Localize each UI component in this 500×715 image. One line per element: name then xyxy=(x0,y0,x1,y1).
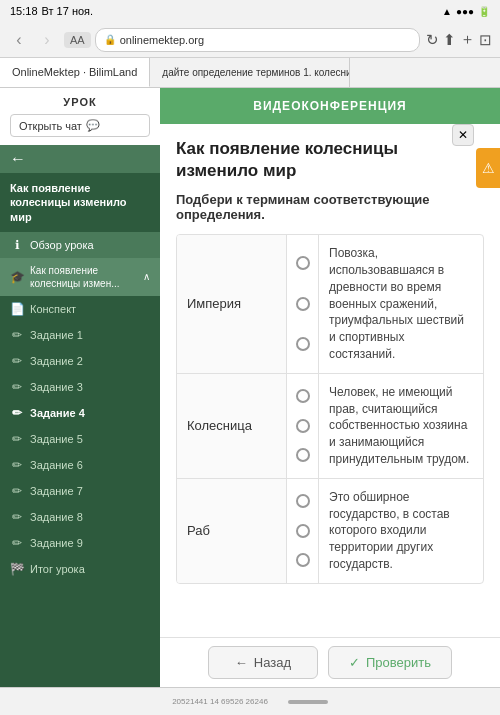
lesson-label: УРОК xyxy=(10,96,150,108)
sidebar-header: УРОК Открыть чат 💬 xyxy=(0,88,160,145)
term-rab: Раб xyxy=(177,479,287,583)
videoconf-bar: ВИДЕОКОНФЕРЕНЦИЯ xyxy=(160,88,500,124)
sidebar-item-zadanie2[interactable]: ✏ Задание 2 xyxy=(0,348,160,374)
match-row-imperiya: Империя Повозка, использовавшаяся в древ… xyxy=(177,235,483,374)
back-nav-button[interactable]: ← Назад xyxy=(208,646,318,679)
content-title: Как появление колесницы изменило мир xyxy=(176,138,484,182)
content-scroll: Как появление колесницы изменило мир Под… xyxy=(160,124,500,637)
sidebar-item-zadanie3[interactable]: ✏ Задание 3 xyxy=(0,374,160,400)
chevron-icon: ∧ xyxy=(143,271,150,282)
check-icon: ✓ xyxy=(349,655,360,670)
radio-kolesnitsa-2[interactable] xyxy=(296,419,310,433)
sidebar-item-current-lesson[interactable]: 🎓 Как появление колесницы измен... ∧ xyxy=(0,258,160,296)
home-indicator[interactable] xyxy=(288,700,328,704)
sidebar-item-zadanie5[interactable]: ✏ Задание 5 xyxy=(0,426,160,452)
doc-icon: 📄 xyxy=(10,302,24,316)
chat-icon: 💬 xyxy=(86,119,100,132)
sidebar-item-zadanie7[interactable]: ✏ Задание 7 xyxy=(0,478,160,504)
radio-kolesnitsa-3[interactable] xyxy=(296,448,310,462)
edit-icon: ✏ xyxy=(10,354,24,368)
refresh-button[interactable]: ↻ xyxy=(426,30,439,49)
warning-badge: ⚠ xyxy=(476,148,500,188)
battery-icon: 🔋 xyxy=(478,6,490,17)
tabs-button[interactable]: ⊡ xyxy=(479,30,492,49)
edit-icon: ✏ xyxy=(10,536,24,550)
radio-col-rab xyxy=(287,479,319,583)
edit-icon: ✏ xyxy=(10,432,24,446)
term-imperiya: Империя xyxy=(177,235,287,373)
edit-icon: ✏ xyxy=(10,328,24,342)
radio-rab-1[interactable] xyxy=(296,494,310,508)
tab-bar: OnlineMektep · BilimLand дайте определен… xyxy=(0,58,500,88)
url-text: onlinemektep.org xyxy=(120,34,204,46)
url-bar[interactable]: 🔒 onlinemektep.org xyxy=(95,28,420,52)
open-chat-button[interactable]: Открыть чат 💬 xyxy=(10,114,150,137)
radio-rab-3[interactable] xyxy=(296,553,310,567)
back-button[interactable]: ‹ xyxy=(8,31,30,49)
sidebar-item-zadanie4[interactable]: ✏ Задание 4 xyxy=(0,400,160,426)
check-button[interactable]: ✓ Проверить xyxy=(328,646,452,679)
definition-1: Повозка, использовавшаяся в древности во… xyxy=(319,235,483,373)
definition-2: Человек, не имеющий прав, считающийся со… xyxy=(319,374,483,478)
sidebar-title: Как появление колесницы изменило мир xyxy=(0,173,160,232)
sidebar-item-zadanie9[interactable]: ✏ Задание 9 xyxy=(0,530,160,556)
radio-imperiya-1[interactable] xyxy=(296,256,310,270)
sidebar-item-itog[interactable]: 🏁 Итог урока xyxy=(0,556,160,582)
edit-icon: ✏ xyxy=(10,406,24,420)
signal-icon: ●●● xyxy=(456,6,474,17)
share-button[interactable]: ⬆ xyxy=(443,30,456,49)
bottom-data: 20521441 14 69526 26246 xyxy=(172,697,268,707)
sidebar-item-zadanie6[interactable]: ✏ Задание 6 xyxy=(0,452,160,478)
sidebar-item-overview[interactable]: ℹ Обзор урока xyxy=(0,232,160,258)
status-day: Вт 17 ноя. xyxy=(42,5,94,17)
definition-3: Это обширное государство, в состав котор… xyxy=(319,479,483,583)
status-time: 15:18 xyxy=(10,5,38,17)
matching-exercise: Империя Повозка, использовавшаяся в древ… xyxy=(176,234,484,584)
browser-chrome: ‹ › AA 🔒 onlinemektep.org ↻ ⬆ ＋ ⊡ xyxy=(0,22,500,58)
radio-col-kolesnitsa xyxy=(287,374,319,478)
close-button[interactable]: ✕ xyxy=(452,124,474,146)
match-row-rab: Раб Это обширное государство, в состав к… xyxy=(177,479,483,583)
bottom-nav: ← Назад ✓ Проверить xyxy=(160,637,500,687)
radio-rab-2[interactable] xyxy=(296,524,310,538)
sidebar-item-zadanie8[interactable]: ✏ Задание 8 xyxy=(0,504,160,530)
radio-imperiya-3[interactable] xyxy=(296,337,310,351)
lesson-icon: 🎓 xyxy=(10,270,24,284)
radio-kolesnitsa-1[interactable] xyxy=(296,389,310,403)
add-tab-button[interactable]: ＋ xyxy=(460,30,475,49)
forward-button[interactable]: › xyxy=(36,31,58,49)
match-row-kolesnitsa: Колесница Человек, не имеющий прав, счит… xyxy=(177,374,483,479)
wifi-icon: ▲ xyxy=(442,6,452,17)
status-bar: 15:18 Вт 17 ноя. ▲ ●●● 🔋 xyxy=(0,0,500,22)
tab-onlinemektep[interactable]: OnlineMektep · BilimLand xyxy=(0,58,150,87)
radio-imperiya-2[interactable] xyxy=(296,297,310,311)
content-area: ВИДЕОКОНФЕРЕНЦИЯ ⚠ ✕ Как появление колес… xyxy=(160,88,500,687)
sidebar-back-button[interactable]: ← xyxy=(0,145,160,173)
back-arrow-icon: ← xyxy=(235,655,248,670)
sidebar-menu: ℹ Обзор урока 🎓 Как появление колесницы … xyxy=(0,232,160,687)
edit-icon: ✏ xyxy=(10,458,24,472)
tab-icon: AA xyxy=(64,32,91,48)
main-layout: УРОК Открыть чат 💬 ← Как появление колес… xyxy=(0,88,500,687)
radio-col-imperiya xyxy=(287,235,319,373)
lock-icon: 🔒 xyxy=(104,34,116,45)
sidebar: УРОК Открыть чат 💬 ← Как появление колес… xyxy=(0,88,160,687)
edit-icon: ✏ xyxy=(10,380,24,394)
sidebar-item-zadanie1[interactable]: ✏ Задание 1 xyxy=(0,322,160,348)
sidebar-item-konspekt[interactable]: 📄 Конспект xyxy=(0,296,160,322)
content-instruction: Подбери к терминам соответствующие опред… xyxy=(176,192,484,222)
term-kolesnitsa: Колесница xyxy=(177,374,287,478)
tab-definitions[interactable]: дайте определение терминов 1. колесница;… xyxy=(150,58,350,87)
warning-icon: ⚠ xyxy=(482,160,495,176)
edit-icon: ✏ xyxy=(10,510,24,524)
bottom-bar: 20521441 14 69526 26246 xyxy=(0,687,500,715)
edit-icon: ✏ xyxy=(10,484,24,498)
info-icon: ℹ xyxy=(10,238,24,252)
flag-icon: 🏁 xyxy=(10,562,24,576)
